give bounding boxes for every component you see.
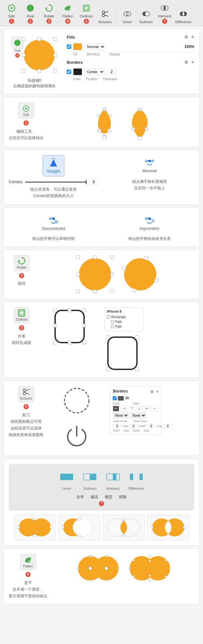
fill-opacity-value: 100% (184, 44, 194, 49)
bp-add-icon[interactable]: + (156, 389, 159, 394)
bp-start-arrow-select[interactable]: None (113, 413, 129, 418)
svg-rect-127 (78, 535, 80, 537)
fill-color-swatch[interactable] (73, 43, 82, 50)
boolean-icons-container: Union Subtract (9, 464, 194, 511)
fill-checkbox[interactable] (67, 44, 71, 49)
corners-value-input[interactable] (89, 179, 98, 185)
border-color-swatch[interactable] (73, 68, 82, 75)
bp-dash-input-1[interactable] (113, 424, 121, 428)
union-bool-label: Union (62, 487, 72, 490)
outlines-icon (81, 3, 92, 14)
layer-path2-check[interactable] (111, 325, 114, 328)
layer-rectangle-check[interactable] (107, 315, 110, 318)
svg-rect-90 (82, 309, 86, 312)
straight-svg (49, 158, 58, 168)
svg-line-101 (25, 393, 30, 394)
arrow-btn-6[interactable]: ⌐ (151, 406, 158, 412)
svg-rect-26 (53, 53, 57, 57)
fills-row: Normal 100% (67, 42, 194, 52)
bp-checkbox[interactable] (113, 396, 117, 400)
outlines-result-svg (105, 334, 140, 373)
rotate-left: Rotate 3 旋转 (9, 255, 34, 286)
rotate-circle-1 (76, 255, 114, 294)
intersect-bool-svg (106, 470, 120, 484)
disconnected-label: Disconnected (42, 226, 65, 231)
edit-label: Edit (9, 14, 15, 18)
circle-with-handles (22, 37, 57, 73)
bp-settings-icon[interactable]: ⚙ (150, 390, 154, 394)
toolbar-item-rotate[interactable]: Rotate 3 (41, 3, 57, 24)
svg-point-57 (56, 221, 58, 223)
rotate-tool-svg (17, 257, 26, 265)
flatten-box-label: Flatten (23, 564, 33, 568)
arrow-btn-1[interactable]: ⊢ (113, 406, 119, 412)
layer-path2-label: Path (115, 325, 122, 328)
arrow-btn-3[interactable]: ⊤ (128, 406, 135, 412)
bp-dash-input-2[interactable] (147, 424, 155, 428)
layer-rectangle-label: Rectangle (111, 315, 126, 319)
layer-rectangle: Rectangle (107, 315, 141, 319)
arrow-btn-5[interactable]: ⊢ (144, 406, 150, 412)
outlines-tool-svg (17, 309, 26, 317)
bp-gap-input-1[interactable] (129, 424, 138, 428)
border-position-select[interactable]: Center (84, 69, 105, 75)
bp-end-arrow-select[interactable]: None (130, 413, 146, 418)
toolbar-item-scissors[interactable]: Scissors (97, 8, 113, 24)
border-checkbox[interactable] (67, 70, 71, 74)
toolbar-item-oval[interactable]: Oval 2 (22, 3, 39, 24)
difference-result-svg (150, 518, 186, 537)
svg-point-1 (27, 5, 34, 12)
union-icon (122, 8, 133, 19)
svg-rect-85 (53, 324, 57, 327)
circle-container (22, 37, 57, 73)
borders-row: Center (67, 67, 194, 77)
edit-pencil-svg (22, 105, 30, 112)
scissors-shapes (49, 386, 105, 450)
svg-point-53 (52, 217, 55, 220)
fill-mode-select[interactable]: Normal (84, 43, 105, 50)
scissors-row: Scissors 6 剪刀 线性图标断点可用 边框设置可以选择 线条的直角或者圆… (9, 386, 194, 450)
svg-rect-126 (78, 518, 80, 520)
svg-rect-25 (22, 53, 25, 57)
borders-title: Borders (67, 60, 83, 65)
asymmetric-icon: Asymmetric (136, 213, 164, 233)
toolbar-item-difference[interactable]: Difference (175, 8, 192, 24)
subtract-result (58, 515, 100, 540)
borders-settings-icon[interactable]: ⚙ (184, 60, 188, 65)
svg-rect-139 (150, 526, 153, 528)
mirrored-caption: 锚点俩手柄长度相同 且在同一水平线上 (132, 178, 167, 192)
border-thickness-input[interactable] (107, 69, 116, 75)
toolbar-item-union[interactable]: Union (119, 8, 136, 24)
borders-add-icon[interactable]: + (191, 59, 194, 65)
fills-add-icon[interactable]: + (191, 34, 194, 40)
layer-path1-check[interactable] (111, 320, 114, 323)
borders-panel-title: Borders ⚙ + (113, 389, 159, 394)
svg-rect-105 (83, 474, 90, 480)
svg-point-163 (149, 560, 151, 562)
fills-settings-icon[interactable]: ⚙ (184, 35, 188, 40)
toolbar-item-outlines[interactable]: Outlines 5 (78, 3, 95, 24)
path-shapes-area (50, 106, 194, 142)
asymmetric-col: Asymmetric 锚点的手柄自由改变长度 (105, 213, 194, 242)
bp-icons: ⚙ + (150, 389, 159, 394)
rotate-icon (44, 3, 54, 14)
svg-point-48 (52, 158, 55, 161)
toolbar-item-edit[interactable]: Edit 1 (3, 3, 20, 24)
arrow-btn-2[interactable]: ⊣ (121, 406, 127, 412)
opacity-label: Opacity (109, 52, 120, 56)
slider-thumb[interactable] (86, 180, 87, 184)
toolbar-item-subtract[interactable]: Subtract (138, 8, 154, 24)
svg-point-162 (165, 575, 167, 577)
bp-gap-input-2[interactable] (163, 424, 172, 428)
toolbar-item-intersect[interactable]: Intersect 7 (156, 3, 173, 24)
union-label: Union (123, 20, 132, 24)
bool-item-intersect: Intersect (105, 469, 121, 490)
oval-label: Oval (27, 14, 34, 18)
svg-rect-5 (83, 5, 89, 11)
iphone-panel: iPhone 6 Rectangle Path Path (105, 307, 143, 331)
asymmetric-caption: 锚点的手柄自由改变长度 (128, 236, 171, 242)
svg-rect-72 (111, 290, 114, 293)
arrow-btn-4[interactable]: ⊥ (136, 406, 142, 412)
toolbar-item-flatten[interactable]: Flatten 8 (59, 3, 76, 24)
teardrop-svg-2 (127, 106, 153, 142)
